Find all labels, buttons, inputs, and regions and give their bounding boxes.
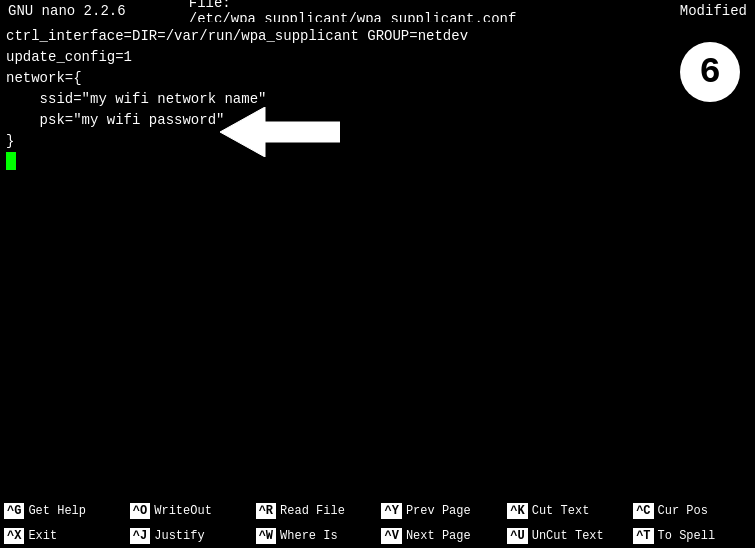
- footer-shortcut[interactable]: ^KCut Text: [503, 503, 629, 519]
- shortcut-key: ^T: [633, 528, 653, 544]
- editor-line: update_config=1: [6, 47, 749, 68]
- shortcut-key: ^U: [507, 528, 527, 544]
- editor-line: ctrl_interface=DIR=/var/run/wpa_supplica…: [6, 26, 749, 47]
- shortcut-label: Prev Page: [406, 504, 471, 518]
- footer-row-2: ^XExit^JJustify^WWhere Is^VNext Page^UUn…: [0, 523, 755, 548]
- shortcut-key: ^V: [381, 528, 401, 544]
- shortcut-label: To Spell: [658, 529, 716, 543]
- footer-shortcut[interactable]: ^YPrev Page: [377, 503, 503, 519]
- editor-line: ssid="my wifi network name": [6, 89, 749, 110]
- shortcut-key: ^J: [130, 528, 150, 544]
- shortcut-label: Justify: [154, 529, 204, 543]
- shortcut-label: Cur Pos: [658, 504, 708, 518]
- footer-shortcut[interactable]: ^VNext Page: [377, 528, 503, 544]
- modified-status: Modified: [680, 3, 747, 19]
- shortcut-label: Read File: [280, 504, 345, 518]
- footer-shortcut[interactable]: ^JJustify: [126, 528, 252, 544]
- footer-bar: ^GGet Help^OWriteOut^RRead File^YPrev Pa…: [0, 498, 755, 548]
- header-bar: GNU nano 2.2.6 File: /etc/wpa_supplicant…: [0, 0, 755, 22]
- shortcut-key: ^O: [130, 503, 150, 519]
- footer-shortcut[interactable]: ^TTo Spell: [629, 528, 755, 544]
- footer-shortcut[interactable]: ^GGet Help: [0, 503, 126, 519]
- footer-shortcut[interactable]: ^RRead File: [252, 503, 378, 519]
- shortcut-label: Exit: [28, 529, 57, 543]
- shortcut-label: Where Is: [280, 529, 338, 543]
- shortcut-key: ^C: [633, 503, 653, 519]
- editor-lines: ctrl_interface=DIR=/var/run/wpa_supplica…: [6, 26, 749, 170]
- footer-shortcut[interactable]: ^UUnCut Text: [503, 528, 629, 544]
- shortcut-label: Get Help: [28, 504, 86, 518]
- shortcut-key: ^Y: [381, 503, 401, 519]
- shortcut-label: Cut Text: [532, 504, 590, 518]
- footer-shortcut[interactable]: ^CCur Pos: [629, 503, 755, 519]
- cursor-line: [6, 152, 749, 170]
- editor-area[interactable]: ctrl_interface=DIR=/var/run/wpa_supplica…: [0, 22, 755, 498]
- shortcut-key: ^R: [256, 503, 276, 519]
- editor-line: }: [6, 131, 749, 152]
- app-title: GNU nano 2.2.6: [8, 3, 126, 19]
- text-cursor: [6, 152, 16, 170]
- footer-shortcut[interactable]: ^WWhere Is: [252, 528, 378, 544]
- footer-shortcut[interactable]: ^XExit: [0, 528, 126, 544]
- shortcut-label: UnCut Text: [532, 529, 604, 543]
- shortcut-key: ^W: [256, 528, 276, 544]
- shortcut-key: ^G: [4, 503, 24, 519]
- footer-shortcut[interactable]: ^OWriteOut: [126, 503, 252, 519]
- shortcut-label: WriteOut: [154, 504, 212, 518]
- step-badge: 6: [680, 42, 740, 102]
- editor-line: network={: [6, 68, 749, 89]
- shortcut-key: ^K: [507, 503, 527, 519]
- shortcut-label: Next Page: [406, 529, 471, 543]
- editor-line: psk="my wifi password": [6, 110, 749, 131]
- shortcut-key: ^X: [4, 528, 24, 544]
- footer-row-1: ^GGet Help^OWriteOut^RRead File^YPrev Pa…: [0, 498, 755, 523]
